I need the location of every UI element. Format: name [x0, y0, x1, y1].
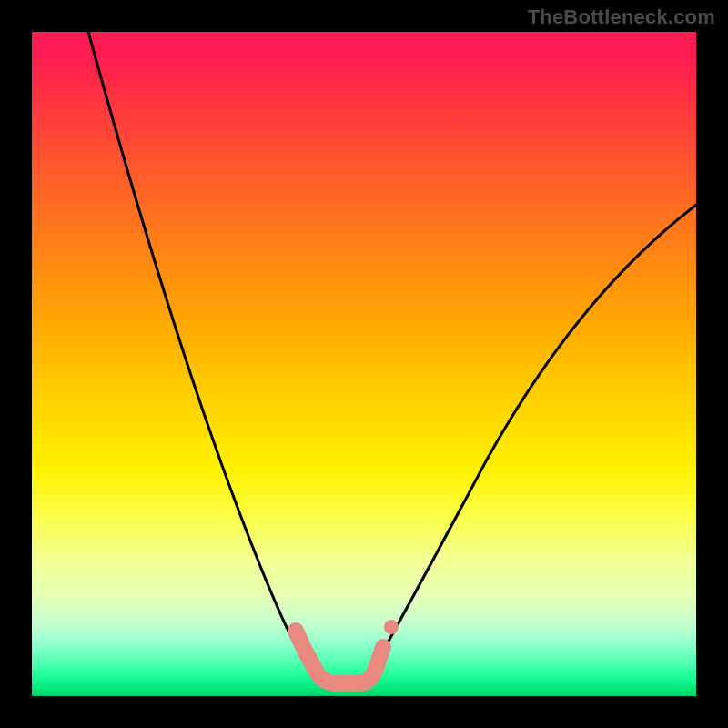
marker-dot	[384, 620, 399, 634]
chart-plot	[32, 32, 696, 696]
watermark-text: TheBottleneck.com	[528, 5, 715, 29]
curve-right	[373, 205, 696, 669]
curve-valley-highlight	[296, 631, 383, 683]
chart-frame: TheBottleneck.com	[0, 0, 728, 728]
curve-left	[88, 32, 316, 674]
